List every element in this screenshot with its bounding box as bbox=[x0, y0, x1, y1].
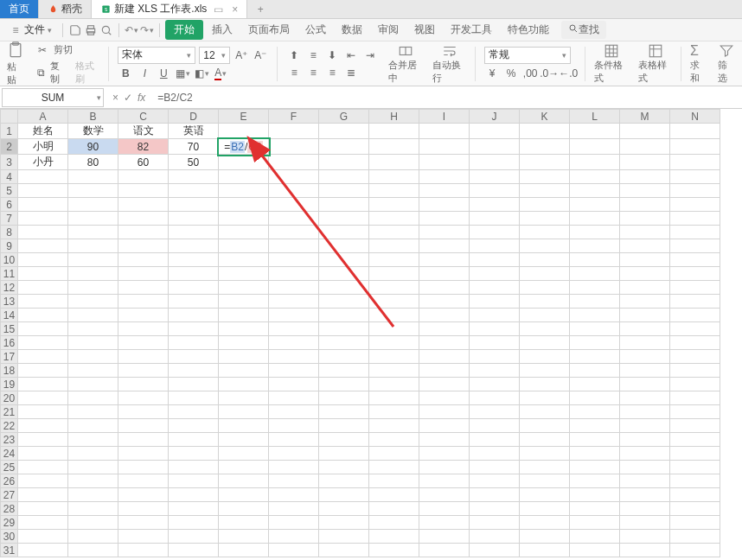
row-header-23[interactable]: 23 bbox=[1, 433, 18, 447]
cell-D10[interactable] bbox=[169, 253, 219, 267]
cell-K2[interactable] bbox=[520, 139, 570, 155]
cell-D2[interactable]: 70 bbox=[169, 139, 219, 155]
cell-A10[interactable] bbox=[18, 253, 68, 267]
cell-E14[interactable] bbox=[219, 309, 269, 322]
cell-K19[interactable] bbox=[520, 378, 570, 391]
cell-N1[interactable] bbox=[670, 124, 720, 139]
cell-H5[interactable] bbox=[369, 184, 419, 198]
cell-K5[interactable] bbox=[520, 184, 570, 198]
cell-E20[interactable] bbox=[219, 391, 269, 405]
cell-M3[interactable] bbox=[620, 155, 670, 170]
cell-K9[interactable] bbox=[520, 239, 570, 253]
cell-G19[interactable] bbox=[319, 378, 369, 391]
col-header-B[interactable]: B bbox=[68, 110, 118, 124]
cell-A5[interactable] bbox=[18, 184, 68, 198]
cell-J21[interactable] bbox=[470, 405, 520, 419]
cell-F25[interactable] bbox=[269, 461, 319, 474]
col-header-D[interactable]: D bbox=[169, 110, 219, 124]
cell-A14[interactable] bbox=[18, 309, 68, 322]
cell-I18[interactable] bbox=[419, 364, 470, 378]
cell-A25[interactable] bbox=[18, 461, 68, 474]
cell-L14[interactable] bbox=[570, 309, 620, 322]
cell-M24[interactable] bbox=[620, 447, 670, 461]
cell-N22[interactable] bbox=[670, 419, 720, 433]
cell-I3[interactable] bbox=[419, 155, 470, 170]
cell-J3[interactable] bbox=[470, 155, 520, 170]
fill-color-icon[interactable]: ◧▾ bbox=[194, 66, 209, 81]
cell-G2[interactable] bbox=[319, 139, 369, 155]
cell-F18[interactable] bbox=[269, 364, 319, 378]
cell-J9[interactable] bbox=[470, 239, 520, 253]
cell-F13[interactable] bbox=[269, 295, 319, 309]
currency-icon[interactable]: ¥ bbox=[484, 66, 500, 81]
cell-J14[interactable] bbox=[470, 309, 520, 322]
cell-N11[interactable] bbox=[670, 267, 720, 281]
cell-B7[interactable] bbox=[68, 212, 118, 226]
cell-K23[interactable] bbox=[520, 433, 570, 447]
cell-I5[interactable] bbox=[419, 184, 470, 198]
cell-E2[interactable]: =B2/C2 bbox=[219, 139, 269, 155]
col-header-G[interactable]: G bbox=[319, 110, 369, 124]
cell-L4[interactable] bbox=[570, 170, 620, 184]
italic-icon[interactable]: I bbox=[137, 66, 152, 81]
cell-B2[interactable]: 90 bbox=[68, 139, 118, 155]
cell-K24[interactable] bbox=[520, 447, 570, 461]
cell-L1[interactable] bbox=[570, 124, 620, 139]
cell-C4[interactable] bbox=[118, 170, 169, 184]
cell-L20[interactable] bbox=[570, 391, 620, 405]
cell-E24[interactable] bbox=[219, 447, 269, 461]
cell-J12[interactable] bbox=[470, 281, 520, 295]
cell-D12[interactable] bbox=[169, 281, 219, 295]
cell-C6[interactable] bbox=[118, 198, 169, 212]
menu-formula[interactable]: 公式 bbox=[298, 20, 333, 40]
cell-C29[interactable] bbox=[118, 516, 169, 530]
cell-D14[interactable] bbox=[169, 309, 219, 322]
cell-M7[interactable] bbox=[620, 212, 670, 226]
cell-E27[interactable] bbox=[219, 488, 269, 502]
cell-D31[interactable] bbox=[169, 544, 219, 557]
cell-N29[interactable] bbox=[670, 516, 720, 530]
cell-I10[interactable] bbox=[419, 253, 470, 267]
cell-M6[interactable] bbox=[620, 198, 670, 212]
cell-J31[interactable] bbox=[470, 544, 520, 557]
fx-icon[interactable]: fx bbox=[138, 92, 145, 104]
cell-L21[interactable] bbox=[570, 405, 620, 419]
cell-I25[interactable] bbox=[419, 461, 470, 474]
paste-button[interactable]: 粘贴 bbox=[3, 41, 28, 86]
cell-J27[interactable] bbox=[470, 488, 520, 502]
redo-icon[interactable]: ↷▾ bbox=[140, 23, 154, 37]
cell-D17[interactable] bbox=[169, 350, 219, 364]
cell-M8[interactable] bbox=[620, 226, 670, 239]
cell-L12[interactable] bbox=[570, 281, 620, 295]
number-format-select[interactable]: 常规▾ bbox=[484, 47, 571, 64]
cell-J24[interactable] bbox=[470, 447, 520, 461]
cell-C28[interactable] bbox=[118, 502, 169, 516]
cell-F14[interactable] bbox=[269, 309, 319, 322]
cell-H24[interactable] bbox=[369, 447, 419, 461]
cell-K30[interactable] bbox=[520, 530, 570, 544]
sum-button[interactable]: Σ 求和 bbox=[687, 43, 711, 85]
cell-N12[interactable] bbox=[670, 281, 720, 295]
cell-A24[interactable] bbox=[18, 447, 68, 461]
cell-H23[interactable] bbox=[369, 433, 419, 447]
cell-M28[interactable] bbox=[620, 502, 670, 516]
cell-I22[interactable] bbox=[419, 419, 470, 433]
cell-D3[interactable]: 50 bbox=[169, 155, 219, 170]
cell-A20[interactable] bbox=[18, 391, 68, 405]
row-header-13[interactable]: 13 bbox=[1, 295, 18, 309]
cell-L15[interactable] bbox=[570, 322, 620, 336]
cell-B13[interactable] bbox=[68, 295, 118, 309]
cell-B3[interactable]: 80 bbox=[68, 155, 118, 170]
cell-K8[interactable] bbox=[520, 226, 570, 239]
row-header-28[interactable]: 28 bbox=[1, 502, 18, 516]
cell-E25[interactable] bbox=[219, 461, 269, 474]
cell-H31[interactable] bbox=[369, 544, 419, 557]
cell-D20[interactable] bbox=[169, 391, 219, 405]
cell-H7[interactable] bbox=[369, 212, 419, 226]
cell-K10[interactable] bbox=[520, 253, 570, 267]
row-header-26[interactable]: 26 bbox=[1, 474, 18, 488]
cell-G27[interactable] bbox=[319, 488, 369, 502]
cell-C2[interactable]: 82 bbox=[118, 139, 169, 155]
menu-view[interactable]: 视图 bbox=[407, 20, 442, 40]
cell-B25[interactable] bbox=[68, 461, 118, 474]
